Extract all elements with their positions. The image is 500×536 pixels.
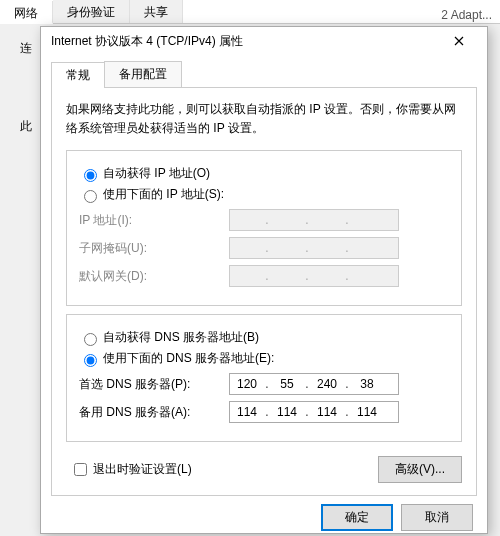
gateway-label: 默认网关(D): bbox=[79, 268, 229, 285]
dns-pref-oct1[interactable] bbox=[230, 374, 264, 394]
dns-pref-oct2[interactable] bbox=[270, 374, 304, 394]
dns-manual-radio[interactable] bbox=[84, 354, 97, 367]
close-button[interactable] bbox=[439, 27, 479, 55]
dns-alt-label: 备用 DNS 服务器(A): bbox=[79, 404, 229, 421]
dns-auto-row[interactable]: 自动获得 DNS 服务器地址(B) bbox=[79, 329, 449, 346]
cancel-button[interactable]: 取消 bbox=[401, 504, 473, 531]
background-tabs: 网络 身份验证 共享 bbox=[0, 0, 500, 24]
bg-adapter-fragment: 2 Adapt... bbox=[441, 8, 492, 22]
dns-alt-oct3[interactable] bbox=[310, 402, 344, 422]
subnet-input: ... bbox=[229, 237, 399, 259]
titlebar: Internet 协议版本 4 (TCP/IPv4) 属性 bbox=[41, 27, 487, 55]
dns-auto-radio[interactable] bbox=[84, 333, 97, 346]
gateway-row: 默认网关(D): ... bbox=[79, 265, 449, 287]
tab-general[interactable]: 常规 bbox=[51, 62, 105, 88]
bg-tab-network[interactable]: 网络 bbox=[0, 1, 53, 24]
ip-manual-row[interactable]: 使用下面的 IP 地址(S): bbox=[79, 186, 449, 203]
dns-alt-input[interactable]: . . . bbox=[229, 401, 399, 423]
bg-tab-auth[interactable]: 身份验证 bbox=[53, 0, 130, 23]
description-text: 如果网络支持此功能，则可以获取自动指派的 IP 设置。否则，你需要从网络系统管理… bbox=[66, 100, 462, 138]
validate-row[interactable]: 退出时验证设置(L) bbox=[70, 460, 192, 479]
bg-conn-label: 连 bbox=[20, 40, 32, 57]
ok-button[interactable]: 确定 bbox=[321, 504, 393, 531]
ipv4-properties-dialog: Internet 协议版本 4 (TCP/IPv4) 属性 常规 备用配置 如果… bbox=[40, 26, 488, 534]
tab-alternate[interactable]: 备用配置 bbox=[104, 61, 182, 87]
general-panel: 如果网络支持此功能，则可以获取自动指派的 IP 设置。否则，你需要从网络系统管理… bbox=[51, 88, 477, 496]
dns-pref-label: 首选 DNS 服务器(P): bbox=[79, 376, 229, 393]
bg-this-label: 此 bbox=[20, 118, 32, 135]
dns-auto-label: 自动获得 DNS 服务器地址(B) bbox=[103, 329, 259, 346]
dns-pref-input[interactable]: . . . bbox=[229, 373, 399, 395]
dns-manual-label: 使用下面的 DNS 服务器地址(E): bbox=[103, 350, 274, 367]
validate-checkbox[interactable] bbox=[74, 463, 87, 476]
dns-manual-row[interactable]: 使用下面的 DNS 服务器地址(E): bbox=[79, 350, 449, 367]
ip-manual-radio[interactable] bbox=[84, 190, 97, 203]
ip-auto-radio[interactable] bbox=[84, 169, 97, 182]
ip-address-input: ... bbox=[229, 209, 399, 231]
dns-alt-row: 备用 DNS 服务器(A): . . . bbox=[79, 401, 449, 423]
dns-alt-oct2[interactable] bbox=[270, 402, 304, 422]
gateway-input: ... bbox=[229, 265, 399, 287]
ip-manual-label: 使用下面的 IP 地址(S): bbox=[103, 186, 224, 203]
dns-alt-oct4[interactable] bbox=[350, 402, 384, 422]
ip-auto-label: 自动获得 IP 地址(O) bbox=[103, 165, 210, 182]
advanced-button[interactable]: 高级(V)... bbox=[378, 456, 462, 483]
subnet-label: 子网掩码(U): bbox=[79, 240, 229, 257]
dns-pref-oct3[interactable] bbox=[310, 374, 344, 394]
inner-tabs: 常规 备用配置 bbox=[51, 61, 477, 88]
dns-group: 自动获得 DNS 服务器地址(B) 使用下面的 DNS 服务器地址(E): 首选… bbox=[66, 314, 462, 442]
dns-pref-row: 首选 DNS 服务器(P): . . . bbox=[79, 373, 449, 395]
dns-pref-oct4[interactable] bbox=[350, 374, 384, 394]
dialog-buttons: 确定 取消 bbox=[51, 496, 477, 531]
validate-label: 退出时验证设置(L) bbox=[93, 461, 192, 478]
ip-auto-row[interactable]: 自动获得 IP 地址(O) bbox=[79, 165, 449, 182]
subnet-row: 子网掩码(U): ... bbox=[79, 237, 449, 259]
dialog-title: Internet 协议版本 4 (TCP/IPv4) 属性 bbox=[49, 33, 439, 50]
ip-address-label: IP 地址(I): bbox=[79, 212, 229, 229]
close-icon bbox=[454, 36, 464, 46]
dns-alt-oct1[interactable] bbox=[230, 402, 264, 422]
bottom-row: 退出时验证设置(L) 高级(V)... bbox=[66, 456, 462, 483]
ip-group: 自动获得 IP 地址(O) 使用下面的 IP 地址(S): IP 地址(I): … bbox=[66, 150, 462, 306]
ip-address-row: IP 地址(I): ... bbox=[79, 209, 449, 231]
bg-tab-share[interactable]: 共享 bbox=[130, 0, 183, 23]
